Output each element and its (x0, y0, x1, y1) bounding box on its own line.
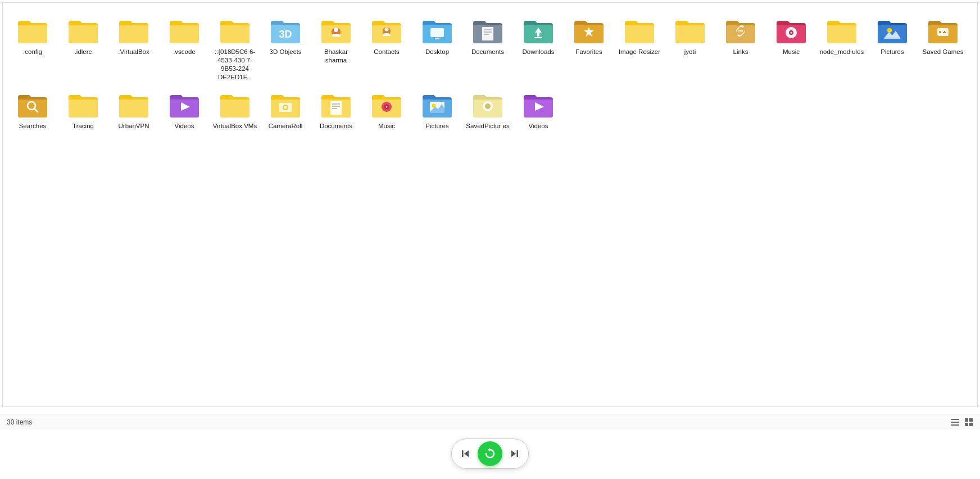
svg-rect-47 (969, 423, 973, 426)
folder-item-desktop[interactable]: Desktop (412, 12, 462, 86)
folder-item-virtualbox-vms[interactable]: VirtualBox VMs (210, 86, 260, 135)
play-refresh-button[interactable] (478, 441, 502, 466)
folder-label-documents2: Documents (320, 122, 352, 130)
status-icons (951, 418, 973, 427)
folder-label-saved-pictures: SavedPictur es (466, 122, 509, 130)
folder-item-music[interactable]: Music (766, 12, 816, 86)
folder-item-virtualbox[interactable]: .VirtualBox (108, 12, 159, 86)
folder-label-node-modules: node_mod ules (820, 48, 864, 56)
folder-icon-virtualbox-vms (219, 91, 251, 120)
folder-label-favorites: Favorites (575, 48, 602, 56)
file-browser-area: .config .idlerc .VirtualBox .vscode ::{0… (2, 2, 978, 407)
prev-button[interactable] (455, 447, 475, 460)
folder-icon-documents2 (320, 91, 352, 120)
folder-item-guid[interactable]: ::{018D5C6 6-4533-430 7-9B53-224 DE2ED1F… (210, 12, 260, 86)
folder-icon-3d-objects: 3D (270, 16, 301, 46)
svg-rect-22 (943, 32, 946, 33)
svg-rect-41 (951, 419, 959, 420)
folder-label-tracing: Tracing (72, 122, 94, 130)
folder-label-music2: Music (378, 122, 395, 130)
folder-item-jyoti[interactable]: jyoti (665, 12, 715, 86)
folder-item-videos2[interactable]: Videos (513, 86, 564, 135)
svg-point-17 (791, 32, 792, 34)
folder-item-documents[interactable]: Documents (462, 12, 513, 86)
next-button[interactable] (505, 447, 525, 460)
folder-item-searches[interactable]: Searches (7, 86, 58, 135)
svg-point-18 (887, 28, 892, 33)
folder-item-downloads[interactable]: Downloads (513, 12, 564, 86)
svg-rect-42 (951, 422, 959, 423)
folder-icon-videos (169, 91, 200, 120)
folder-icon-pictures2 (421, 91, 453, 120)
folder-item-pictures2[interactable]: Pictures (412, 86, 462, 135)
folder-item-links[interactable]: Links (715, 12, 766, 86)
svg-point-28 (284, 106, 287, 109)
svg-rect-43 (951, 424, 959, 426)
svg-rect-44 (965, 418, 968, 422)
folder-label-idlerc: .idlerc (75, 48, 92, 56)
folder-item-contacts[interactable]: Contacts (361, 12, 412, 86)
folder-label-documents: Documents (471, 48, 504, 56)
folder-icon-music (775, 16, 807, 46)
folder-item-image-resizer[interactable]: Image Resizer (614, 12, 665, 86)
folder-label-virtualbox: .VirtualBox (118, 48, 149, 56)
folder-item-pictures[interactable]: Pictures (867, 12, 918, 86)
folder-item-favorites[interactable]: Favorites (564, 12, 614, 86)
folder-item-vscode[interactable]: .vscode (159, 12, 210, 86)
folder-item-bhaskar-sharma[interactable]: Bhaskar sharma (311, 12, 361, 86)
folder-item-documents2[interactable]: Documents (311, 86, 361, 135)
folder-label-jyoti: jyoti (684, 48, 696, 56)
folder-label-config: .config (23, 48, 42, 56)
folder-item-saved-pictures[interactable]: SavedPictur es (462, 86, 513, 135)
folder-item-saved-games[interactable]: Saved Games (918, 12, 968, 86)
folder-item-idlerc[interactable]: .idlerc (58, 12, 108, 86)
folder-icon-music2 (371, 91, 402, 120)
folder-label-image-resizer: Image Resizer (619, 48, 660, 56)
folder-icon-virtualbox (118, 16, 149, 46)
folder-label-videos2: Videos (529, 122, 548, 130)
svg-rect-7 (482, 27, 493, 40)
folder-icon-desktop (421, 16, 453, 46)
folder-icon-videos2 (523, 91, 554, 120)
folder-icon-node-modules (826, 16, 858, 46)
folder-label-vscode: .vscode (173, 48, 196, 56)
svg-rect-5 (430, 28, 444, 37)
folder-icon-saved-pictures (472, 91, 503, 120)
folder-label-links: Links (733, 48, 748, 56)
folder-label-saved-games: Saved Games (923, 48, 964, 56)
list-view-icon[interactable] (951, 418, 960, 427)
folder-item-camera-roll[interactable]: CameraRoll (260, 86, 311, 135)
folder-icon-image-resizer (624, 16, 655, 46)
svg-rect-45 (969, 418, 973, 422)
svg-marker-48 (464, 450, 469, 457)
folder-label-pictures: Pictures (881, 48, 904, 56)
grid-view-icon[interactable] (964, 418, 973, 427)
folder-item-node-modules[interactable]: node_mod ules (816, 12, 867, 86)
folder-item-tracing[interactable]: Tracing (58, 86, 108, 135)
svg-marker-51 (511, 450, 516, 457)
folder-icon-pictures (877, 16, 908, 46)
folder-icon-downloads (523, 16, 554, 46)
folder-item-3d-objects[interactable]: 3D 3D Objects (260, 12, 311, 86)
svg-point-2 (334, 28, 338, 32)
folder-label-bhaskar-sharma: Bhaskar sharma (313, 48, 359, 65)
svg-rect-6 (435, 38, 439, 39)
folder-icon-guid (219, 16, 251, 46)
svg-point-35 (386, 106, 388, 107)
folder-item-config[interactable]: .config (7, 12, 58, 86)
folder-icon-searches (17, 91, 48, 120)
folder-label-pictures2: Pictures (425, 122, 449, 130)
folder-icon-urbanvpn (118, 91, 149, 120)
folder-item-videos[interactable]: Videos (159, 86, 210, 135)
folder-icon-documents (472, 16, 503, 46)
folder-label-camera-roll: CameraRoll (269, 122, 303, 130)
svg-text:3D: 3D (279, 29, 292, 40)
folder-label-videos: Videos (175, 122, 194, 130)
folder-item-music2[interactable]: Music (361, 86, 412, 135)
folder-icon-contacts (371, 16, 402, 46)
folder-icon-camera-roll (270, 91, 301, 120)
svg-point-39 (485, 103, 491, 109)
folder-icon-favorites (573, 16, 605, 46)
folder-grid: .config .idlerc .VirtualBox .vscode ::{0… (3, 3, 977, 144)
folder-item-urbanvpn[interactable]: UrbanVPN (108, 86, 159, 135)
